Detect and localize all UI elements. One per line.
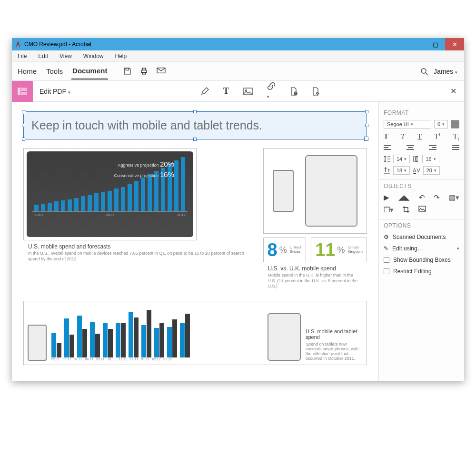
app-window: CMO Review.pdf - Acrobat — ▢ ✕ File Edit… [12,38,464,381]
flip-vertical-icon[interactable]: ◢◣ [398,193,410,202]
acrobat-icon [15,41,21,48]
paragraph-spacing-field[interactable]: 16 ▾ [422,155,439,163]
rotate-ccw-icon[interactable]: ↶ [419,193,425,202]
top-toolbar: Home Tools Document James ▾ [12,62,464,81]
tablet-icon-small [268,313,301,361]
caption-us-uk: U.S. vs. U.K. mobile spend Mobile spend … [263,262,367,292]
replace-image-icon[interactable] [418,206,427,214]
maximize-button[interactable]: ▢ [426,38,445,50]
align-justify-icon[interactable] [452,145,459,151]
page-settings-icon[interactable] [312,87,319,96]
menu-file[interactable]: File [12,53,32,60]
stat-uk: 11%United Kingdom [311,238,367,262]
align-objects-icon[interactable]: ▤▾ [449,193,459,202]
tablet-icon [305,155,357,227]
tab-tools[interactable]: Tools [45,63,64,79]
align-row [384,145,459,151]
rotate-cw-icon[interactable]: ↷ [434,193,440,202]
menu-view[interactable]: View [54,53,78,60]
tab-home[interactable]: Home [17,63,38,79]
line-height-icon [384,155,390,163]
option-show-bounding-boxes[interactable]: Show Bounding Boxes [384,257,459,263]
selected-text-box[interactable]: Keep in touch with mobile and tablet tre… [23,111,367,139]
align-center-icon[interactable] [407,145,414,151]
document-canvas[interactable]: Keep in touch with mobile and tablet tre… [12,102,378,381]
pencil-icon: ✎ [384,245,388,252]
tab-document[interactable]: Document [71,63,108,79]
devices-graphic [263,148,367,234]
chart-tablet-frame: Aggressive projection 20% Conservative p… [27,151,193,237]
italic-icon[interactable]: T [401,132,405,141]
align-right-icon[interactable] [429,145,436,151]
add-page-icon[interactable] [290,87,298,96]
checkbox[interactable] [384,268,389,274]
search-icon[interactable] [420,68,428,75]
format-panel: FORMAT Segoe UI ▾ 0 ▾ T T T T1 T1 [378,102,464,381]
option-scanned-documents[interactable]: ⚙Scanned Documents [384,234,459,240]
edit-toolbar: Edit PDF ▾ T ▾ ✕ [12,81,464,102]
arrange-icon[interactable]: ❐▾ [384,206,394,214]
close-button[interactable]: ✕ [445,38,464,50]
document-headline[interactable]: Keep in touch with mobile and tablet tre… [31,119,359,132]
svg-rect-0 [126,68,129,70]
menubar: File Edit View Window Help [12,50,464,62]
subscript-icon[interactable]: T1 [453,132,459,141]
svg-rect-3 [143,72,146,74]
svg-text:T: T [387,168,390,173]
svg-rect-7 [21,88,27,91]
objects-row1: ▶ ◢◣ ↶ ↷ ▤▾ [384,193,459,202]
underline-icon[interactable]: T [417,132,422,141]
phone-icon [273,170,294,212]
mail-icon[interactable] [157,67,166,75]
window-title: CMO Review.pdf - Acrobat [24,41,91,48]
svg-point-10 [245,89,247,91]
menu-window[interactable]: Window [78,53,109,60]
menu-edit[interactable]: Edit [32,53,54,60]
menu-help[interactable]: Help [109,53,133,60]
save-icon[interactable] [123,67,131,75]
line-height-field[interactable]: 14 ▾ [393,155,410,163]
minimize-button[interactable]: — [407,38,426,50]
add-image-icon[interactable] [243,88,253,95]
bold-icon[interactable]: T [384,132,388,141]
text-style-row: T T T T1 T1 [384,132,459,141]
phone-icon-small [28,325,47,361]
kerning-field[interactable]: 20 ▾ [423,166,440,175]
option-restrict-editing[interactable]: Restrict Editing [384,268,459,275]
print-icon[interactable] [140,67,148,75]
align-left-icon[interactable] [384,145,391,151]
user-menu[interactable]: James ▾ [434,68,457,75]
svg-rect-6 [18,88,20,95]
section-options: OPTIONS [384,222,459,229]
edit-mode-label[interactable]: Edit PDF ▾ [33,88,77,95]
edit-text-icon[interactable] [200,87,209,96]
titlebar: CMO Review.pdf - Acrobat — ▢ ✕ [12,38,464,50]
option-edit-using[interactable]: ✎Edit using…▾ [384,245,459,252]
stat-us: 8%United States [263,238,307,262]
section-objects: OBJECTS [384,183,459,189]
panel-toggle-icon[interactable] [12,81,33,102]
superscript-icon[interactable]: T1 [434,132,440,141]
crop-icon[interactable] [402,206,410,214]
flip-horizontal-icon[interactable]: ▶ [384,193,389,202]
checkbox[interactable] [384,257,389,263]
kerning-icon: A̲V [413,168,420,174]
bottom-chart-panel: 05.1106.1107.1108.1109.1110.1111.1112.11… [23,301,367,365]
close-editbar-button[interactable]: ✕ [443,87,464,96]
objects-row2: ❐▾ [384,206,459,214]
gear-icon: ⚙ [384,234,389,240]
paragraph-spacing-icon [413,155,419,163]
window-controls: — ▢ ✕ [407,38,464,50]
svg-rect-8 [21,92,27,95]
link-icon[interactable]: ▾ [267,82,276,100]
font-select[interactable]: Segoe UI ▾ [384,120,431,129]
svg-point-5 [421,69,426,73]
baseline-icon: T [384,167,390,174]
caption-mobile-tablet: U.S. mobile and tablet spend Spend on ta… [306,328,363,361]
section-format: FORMAT [384,109,459,116]
color-swatch[interactable] [451,120,459,129]
paired-bar-chart [51,305,263,357]
baseline-field[interactable]: 18 ▾ [393,166,410,175]
font-size-select[interactable]: 0 ▾ [434,120,448,129]
add-text-icon[interactable]: T [223,86,229,96]
